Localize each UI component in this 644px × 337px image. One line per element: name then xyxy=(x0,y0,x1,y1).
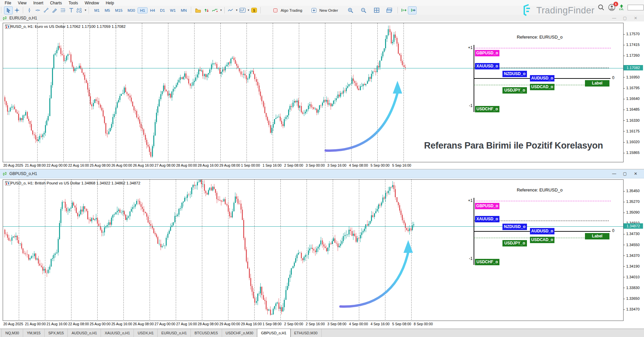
tab-usdchf-m30[interactable]: USDCHF_o,M30 xyxy=(222,329,258,337)
zoom-in-button[interactable] xyxy=(346,7,355,14)
close-button[interactable]: ✕ xyxy=(631,171,640,176)
profile-button[interactable]: 1 xyxy=(608,4,615,11)
up-down-arrows-icon xyxy=(204,7,210,13)
timeframe-h4[interactable]: H4 xyxy=(148,8,157,13)
timeframe-m15[interactable]: M15 xyxy=(113,8,125,13)
price-tick xyxy=(623,213,625,213)
timeframe-mn[interactable]: MN xyxy=(178,8,189,13)
chart-mode-button[interactable] xyxy=(238,7,247,14)
panel-symbol-usdchf-o[interactable]: USDCHF_o xyxy=(475,106,499,112)
indicators-dropdown-caret[interactable]: ▼ xyxy=(220,9,222,12)
algo-trading-label[interactable]: Algo Trading xyxy=(281,8,303,12)
tab-xauusd-h1[interactable]: XAUUSD_o,H1 xyxy=(101,329,134,337)
panel-symbol-xauusd-o[interactable]: XAUUSD_o xyxy=(475,63,499,69)
price-label: 1.33650 xyxy=(626,296,640,300)
panel-symbol-label[interactable]: Label xyxy=(585,80,609,87)
cascade-windows-button[interactable] xyxy=(385,7,393,14)
market-watch-button[interactable]: $ xyxy=(250,7,258,14)
indicators-button[interactable] xyxy=(211,7,219,14)
tab-audusd-h1[interactable]: AUDUSD_o,H1 xyxy=(68,329,101,337)
tab-ethusd-m30[interactable]: ETHUSD,M30 xyxy=(290,329,322,337)
menu-view[interactable]: View xyxy=(14,1,30,5)
chart-shift-button[interactable] xyxy=(400,7,408,14)
current-price-badge: 1.17082 xyxy=(624,65,643,70)
trendline-tool-button[interactable] xyxy=(42,7,50,14)
fibonacci-tool-button[interactable] xyxy=(59,7,67,14)
panel-symbol-gbpusd-o[interactable]: GBPUSD_o xyxy=(475,203,499,209)
auto-scroll-icon xyxy=(409,7,416,13)
crosshair-icon xyxy=(14,7,20,13)
new-order-label[interactable]: New Order xyxy=(319,8,338,12)
panel-symbol-gbpusd-o[interactable]: GBPUSD_o xyxy=(475,50,499,56)
price-tick xyxy=(623,142,625,143)
tab-btcusd-m15[interactable]: BTCUSD,M15 xyxy=(191,329,222,337)
panel-symbol-audusd-o[interactable]: AUDUSD_o xyxy=(530,75,554,81)
menu-file[interactable]: File xyxy=(1,1,14,5)
panel-symbol-usdjpy-o[interactable]: USDJPY_o xyxy=(502,87,527,94)
minimize-button[interactable]: — xyxy=(610,171,619,176)
tab-usdx-h1[interactable]: USDX,H1 xyxy=(134,329,158,337)
panel-symbol-nzdusd-o[interactable]: NZDUSD_o xyxy=(502,224,527,230)
price-tick xyxy=(623,34,625,35)
mini-candle-icon[interactable] xyxy=(5,24,10,29)
date-label: 21 Aug 16:00 xyxy=(47,322,67,326)
new-order-button[interactable] xyxy=(310,7,318,14)
panel-symbol-usdcad-o[interactable]: USDCAD_o xyxy=(530,84,554,90)
tile-windows-button[interactable] xyxy=(373,7,381,14)
price-axis[interactable]: 1.354501.352701.350901.349101.347301.345… xyxy=(623,169,644,329)
auto-scroll-button[interactable] xyxy=(408,7,416,14)
vertical-line-tool-button[interactable] xyxy=(25,7,33,14)
quotes-arrows-button[interactable] xyxy=(203,7,211,14)
date-axis[interactable]: 20 Aug 202521 Aug 00:0021 Aug 16:0022 Au… xyxy=(3,321,623,327)
tab-eurusd-h1[interactable]: EURUSD_o,H1 xyxy=(158,329,191,337)
close-button[interactable]: ✕ xyxy=(631,16,640,20)
date-axis[interactable]: 20 Aug 202521 Aug 08:0022 Aug 00:0022 Au… xyxy=(3,163,623,169)
maximize-button[interactable]: ▢ xyxy=(621,171,629,176)
shapes-dropdown-caret[interactable]: ▼ xyxy=(84,9,87,12)
tab-nq-m30[interactable]: NQ,M30 xyxy=(1,329,23,337)
maximize-button[interactable]: ▢ xyxy=(621,16,629,20)
zoom-out-button[interactable] xyxy=(360,7,368,14)
cursor-tool-button[interactable] xyxy=(4,7,12,14)
timeframe-h1[interactable]: H1 xyxy=(138,8,148,13)
date-label: 26 Aug 16:00 xyxy=(133,163,154,167)
algo-trading-toggle[interactable] xyxy=(271,7,279,14)
chart-window-gbpusd: GBPUSD_o,H1—▢✕GBPUSD_o, H1: British Poun… xyxy=(0,169,644,329)
menu-help[interactable]: Help xyxy=(102,1,117,5)
menu-charts[interactable]: Charts xyxy=(47,1,65,5)
profiles-folder-button[interactable] xyxy=(194,7,202,14)
timeframe-m5[interactable]: M5 xyxy=(102,8,112,13)
timeframe-w1[interactable]: W1 xyxy=(168,8,178,13)
panel-symbol-xauusd-o[interactable]: XAUUSD_o xyxy=(475,216,499,222)
tab-spx-m15[interactable]: SPX,M15 xyxy=(45,329,68,337)
search-icon[interactable] xyxy=(598,4,604,11)
menu-tools[interactable]: Tools xyxy=(65,1,82,5)
panel-symbol-audusd-o[interactable]: AUDUSD_o xyxy=(530,228,554,234)
minimize-button[interactable]: — xyxy=(610,16,619,20)
panel-symbol-nzdusd-o[interactable]: NZDUSD_o xyxy=(502,71,527,77)
price-tick xyxy=(623,234,625,234)
text-tool-button[interactable] xyxy=(67,7,75,14)
timeframe-d1[interactable]: D1 xyxy=(158,8,167,13)
menu-window[interactable]: Window xyxy=(82,1,103,5)
tab-gbpusd-h1[interactable]: GBPUSD_o,H1 xyxy=(257,329,290,337)
channel-tool-button[interactable] xyxy=(50,7,58,14)
crosshair-tool-button[interactable] xyxy=(13,7,21,14)
timeframe-m1[interactable]: M1 xyxy=(92,8,102,13)
tab-ym-m15[interactable]: YM,M15 xyxy=(23,329,45,337)
panel-symbol-usdcad-o[interactable]: USDCAD_o xyxy=(530,237,554,243)
price-axis[interactable]: 1.175701.174151.172601.171051.169501.167… xyxy=(623,15,644,169)
chart-mode-dropdown-caret[interactable]: ▼ xyxy=(247,9,250,12)
line-chart-type-button[interactable] xyxy=(227,7,235,14)
toolbar-grip[interactable] xyxy=(1,7,3,13)
line-chart-dropdown-caret[interactable]: ▼ xyxy=(235,9,238,12)
panel-symbol-label[interactable]: Label xyxy=(585,233,609,239)
menu-insert[interactable]: Insert xyxy=(30,1,47,5)
shapes-tool-button[interactable] xyxy=(75,7,84,14)
mini-candle-icon[interactable] xyxy=(5,181,10,185)
horizontal-line-tool-button[interactable] xyxy=(34,7,42,14)
timeframe-m30[interactable]: M30 xyxy=(125,8,137,13)
panel-symbol-usdchf-o[interactable]: USDCHF_o xyxy=(475,259,499,265)
chart-window-titlebar[interactable]: GBPUSD_o,H1—▢✕ xyxy=(0,169,644,178)
panel-symbol-usdjpy-o[interactable]: USDJPY_o xyxy=(502,240,527,246)
